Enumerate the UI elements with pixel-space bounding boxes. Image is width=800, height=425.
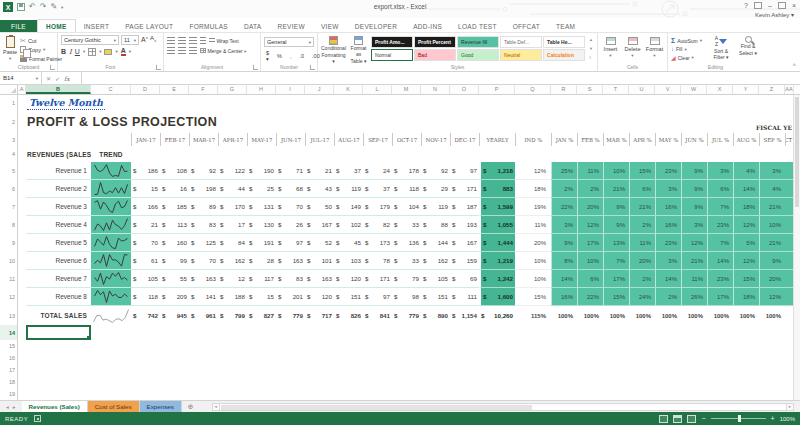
month-value-cell[interactable]: $79	[392, 270, 421, 288]
month-pct-cell[interactable]: 20%	[759, 270, 785, 288]
column-header-u[interactable]: U	[629, 85, 655, 94]
month-pct-cell[interactable]: 24%	[629, 288, 655, 306]
revenue-label[interactable]: Revenue 4	[26, 216, 91, 234]
month-value-cell[interactable]: $105	[421, 270, 450, 288]
ind-pct-cell[interactable]: 11%	[515, 216, 551, 234]
ribbon-tab-load-test[interactable]: LOAD TEST	[450, 20, 505, 32]
grow-font-icon[interactable]: A˄	[141, 35, 148, 45]
comma-style-icon[interactable]: ,	[288, 53, 294, 59]
month-value-cell[interactable]: $68	[276, 180, 305, 198]
gallery-up-icon[interactable]: ▲	[589, 37, 593, 42]
formula-input[interactable]	[82, 72, 800, 84]
column-header-w[interactable]: W	[681, 85, 707, 94]
help-icon[interactable]: ?	[744, 2, 748, 9]
row-number[interactable]: 17	[0, 364, 18, 376]
month-pct-cell[interactable]: 12%	[733, 216, 759, 234]
empty-cell[interactable]	[18, 376, 26, 388]
column-header-s[interactable]: S	[577, 85, 603, 94]
month-value-cell[interactable]: $44	[218, 180, 247, 198]
month-value-cell[interactable]: $15	[247, 288, 276, 306]
yearly-value-cell[interactable]: $1,242	[479, 270, 515, 288]
empty-cell[interactable]	[18, 162, 26, 180]
month-value-cell[interactable]: $141	[189, 288, 218, 306]
month-value-cell[interactable]: $122	[218, 162, 247, 180]
empty-cell[interactable]	[26, 133, 91, 146]
month-value-cell[interactable]: $83	[276, 270, 305, 288]
month-pct-cell[interactable]: 12%	[759, 288, 785, 306]
row-number[interactable]: 5	[0, 162, 18, 180]
row-number[interactable]: 19	[0, 388, 18, 400]
month-value-cell[interactable]: $97	[450, 162, 479, 180]
normal-view-icon[interactable]	[659, 415, 668, 423]
sheet-tab-revenues-sales-[interactable]: Revenues (Sales)	[22, 400, 88, 412]
total-yearly-cell[interactable]: $10,260	[479, 306, 515, 325]
column-header-t[interactable]: T	[603, 85, 629, 94]
month-value-cell[interactable]: $149	[334, 198, 363, 216]
month-value-cell[interactable]: $37	[363, 180, 392, 198]
month-value-cell[interactable]: $84	[218, 234, 247, 252]
column-header-e[interactable]: E	[160, 85, 189, 94]
month-value-cell[interactable]: $43	[305, 180, 334, 198]
month-pct-cell[interactable]: 3%	[759, 162, 785, 180]
bold-button[interactable]: B	[61, 48, 66, 55]
month-pct-cell[interactable]: 6%	[629, 180, 655, 198]
ribbon-display-options-icon[interactable]	[754, 2, 762, 9]
revenue-label[interactable]: Revenue 2	[26, 180, 91, 198]
revenue-label[interactable]: Revenue 8	[26, 288, 91, 306]
month-pct-cell[interactable]: 3%	[681, 216, 707, 234]
month-value-cell[interactable]: $12	[218, 270, 247, 288]
month-value-cell[interactable]: $191	[247, 234, 276, 252]
month-pct-cell[interactable]: 3%	[707, 162, 733, 180]
total-pct-cell[interactable]: 100%	[577, 306, 603, 325]
month-value-cell[interactable]: $167	[450, 234, 479, 252]
month-pct-cell[interactable]: 21%	[603, 180, 629, 198]
total-month-cell[interactable]: $1,154	[450, 306, 479, 325]
total-month-cell[interactable]: $779	[392, 306, 421, 325]
empty-cell[interactable]	[18, 216, 26, 234]
month-value-cell[interactable]: $33	[392, 252, 421, 270]
month-pct-cell[interactable]: 2%	[629, 216, 655, 234]
empty-cell[interactable]	[18, 340, 26, 352]
month-pct-cell[interactable]: 25%	[551, 162, 577, 180]
month-pct-cell[interactable]: 26%	[681, 288, 707, 306]
align-top-icon[interactable]	[167, 37, 175, 44]
month-pct-cell[interactable]: 20%	[629, 252, 655, 270]
style-gallery-item[interactable]: Good	[457, 49, 499, 61]
column-header-a[interactable]: A	[18, 85, 26, 94]
month-value-cell[interactable]: $162	[421, 252, 450, 270]
ind-pct-cell[interactable]: 10%	[515, 270, 551, 288]
sparkline-cell[interactable]	[91, 234, 131, 252]
month-pct-cell[interactable]: 23%	[655, 234, 681, 252]
month-value-cell[interactable]: $88	[421, 216, 450, 234]
delete-cells-button[interactable]: Delete▾	[623, 35, 642, 62]
ribbon-tab-team[interactable]: TEAM	[548, 20, 583, 32]
month-pct-cell[interactable]: 10%	[603, 162, 629, 180]
month-value-cell[interactable]: $70	[276, 198, 305, 216]
month-pct-cell[interactable]: 9%	[603, 198, 629, 216]
month-value-cell[interactable]: $21	[131, 216, 160, 234]
month-value-cell[interactable]: $103	[334, 252, 363, 270]
month-value-cell[interactable]: $50	[305, 198, 334, 216]
month-pct-cell[interactable]: 9%	[759, 252, 785, 270]
row-number[interactable]: 8	[0, 216, 18, 234]
month-pct-cell[interactable]: 14%	[733, 180, 759, 198]
sparkline-cell[interactable]	[91, 252, 131, 270]
number-dialog-launcher[interactable]	[310, 65, 315, 70]
borders-icon[interactable]	[88, 48, 96, 56]
empty-cell[interactable]	[18, 270, 26, 288]
column-header-x[interactable]: X	[707, 85, 733, 94]
revenue-label[interactable]: Revenue 3	[26, 198, 91, 216]
total-pct-cell[interactable]: 100%	[629, 306, 655, 325]
month-pct-cell[interactable]: 15%	[733, 270, 759, 288]
yearly-value-cell[interactable]: $1,055	[479, 216, 515, 234]
month-pct-cell[interactable]: 21%	[681, 252, 707, 270]
hscroll-right-icon[interactable]: ▸	[786, 403, 794, 411]
sheet-tab-expenses[interactable]: Expenses	[140, 401, 182, 412]
total-pct-cell[interactable]: 100%	[733, 306, 759, 325]
restore-icon[interactable]	[778, 2, 786, 9]
month-value-cell[interactable]: $70	[131, 234, 160, 252]
ind-pct-cell[interactable]: 20%	[515, 234, 551, 252]
align-right-icon[interactable]	[189, 47, 197, 54]
format-cells-button[interactable]: Format▾	[645, 35, 664, 62]
month-value-cell[interactable]: $89	[189, 198, 218, 216]
